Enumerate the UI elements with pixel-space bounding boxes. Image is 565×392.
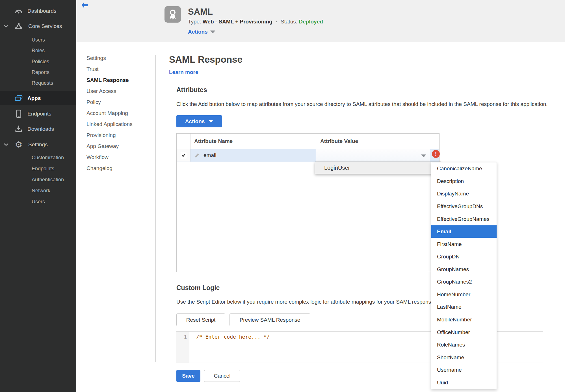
separator-dot: • — [274, 19, 279, 25]
actions-button-label: Actions — [185, 118, 205, 125]
save-button[interactable]: Save — [176, 370, 200, 382]
header-actions-menu[interactable]: Actions — [188, 29, 215, 35]
sidebar-item-label: Apps — [27, 95, 41, 101]
value-submenu: CanonicalizeName Description DisplayName… — [431, 162, 497, 389]
gauge-icon — [14, 8, 24, 14]
sidebar-item-settings[interactable]: ⚙ Settings — [0, 139, 76, 150]
apps-icon — [14, 95, 24, 102]
custom-logic-heading: Custom Logic — [176, 284, 220, 292]
subnav-item-user-access[interactable]: User Access — [86, 86, 116, 97]
subnav-item-trust[interactable]: Trust — [86, 64, 99, 75]
sidebar-subitem-endpoints2[interactable]: Endpoints — [32, 163, 54, 174]
subnav-item-workflow[interactable]: Workflow — [86, 152, 109, 163]
subnav-item-account-mapping[interactable]: Account Mapping — [86, 108, 128, 119]
page-title: SAML Response — [169, 54, 243, 65]
submenu-item-groupnames2[interactable]: GroupNames2 — [431, 276, 497, 288]
chevron-down-icon — [4, 143, 8, 146]
app-header: SAML Type: Web - SAML + Provisioning • S… — [76, 0, 565, 42]
attributes-description: Click the Add button below to map attrib… — [176, 101, 547, 107]
submenu-item-mobilenumber[interactable]: MobileNumber — [431, 313, 497, 326]
submenu-item-uuid[interactable]: Uuid — [431, 376, 497, 389]
row-checkbox[interactable] — [181, 153, 186, 158]
dropdown-caret-icon[interactable] — [421, 154, 426, 157]
submenu-item-canonicalizename[interactable]: CanonicalizeName — [431, 162, 497, 175]
attribute-name-cell: email — [190, 149, 316, 162]
chevron-down-icon — [209, 120, 213, 123]
type-value: Web - SAML + Provisioning — [203, 19, 272, 25]
submenu-item-homenumber[interactable]: HomeNumber — [431, 288, 497, 301]
attribute-name-value: email — [204, 152, 216, 158]
sidebar-item-downloads[interactable]: Downloads — [0, 124, 76, 134]
subnav-item-saml-response[interactable]: SAML Response — [86, 75, 129, 86]
reset-script-button[interactable]: Reset Script — [176, 313, 225, 326]
table-row[interactable]: email — [177, 149, 439, 162]
chevron-down-icon — [4, 25, 8, 28]
row-checkbox-cell — [177, 149, 190, 162]
value-menu-loginuser[interactable]: LoginUser — [315, 162, 441, 174]
status-label: Status: — [281, 19, 297, 25]
app-type-status-line: Type: Web - SAML + Provisioning • Status… — [188, 19, 323, 25]
submenu-item-officenumber[interactable]: OfficeNumber — [431, 326, 497, 339]
sidebar-item-label: Settings — [28, 141, 48, 148]
subnav-item-provisioning[interactable]: Provisioning — [86, 130, 116, 141]
status-badge: Deployed — [299, 19, 323, 25]
line-number: 1 — [184, 334, 187, 340]
smartphone-icon — [14, 110, 24, 118]
attribute-name-column-header: Attribute Name — [190, 134, 316, 149]
sidebar-subitem-customization[interactable]: Customization — [32, 152, 64, 163]
learn-more-link[interactable]: Learn more — [169, 69, 198, 75]
sidebar-subitem-requests[interactable]: Requests — [32, 78, 53, 89]
sidebar-subitem-authentication[interactable]: Authentication — [32, 174, 64, 185]
subnav-item-app-gateway[interactable]: App Gateway — [86, 141, 119, 152]
sidebar-item-core-services[interactable]: Core Services — [0, 21, 76, 32]
submenu-item-lastname[interactable]: LastName — [431, 301, 497, 313]
chevron-down-icon — [210, 31, 215, 33]
header-actions-label: Actions — [188, 29, 208, 35]
sidebar-subitem-network[interactable]: Network — [32, 185, 50, 196]
sidebar-item-endpoints[interactable]: Endpoints — [0, 108, 76, 119]
sidebar-item-label: Core Services — [28, 23, 62, 29]
sidebar-subitem-policies[interactable]: Policies — [32, 56, 49, 67]
edit-pencil-icon[interactable] — [194, 153, 200, 158]
submenu-item-groupnames[interactable]: GroupNames — [431, 263, 497, 276]
subnav-item-changelog[interactable]: Changelog — [86, 163, 112, 174]
subnav-divider — [155, 55, 156, 362]
core-services-icon — [14, 23, 24, 30]
gear-icon: ⚙ — [14, 140, 24, 149]
attribute-value-cell[interactable] — [316, 149, 439, 162]
sidebar-item-dashboards[interactable]: Dashboards — [0, 6, 76, 16]
sidebar-subitem-users[interactable]: Users — [32, 34, 45, 45]
table-header-row: Attribute Name Attribute Value — [177, 134, 439, 149]
submenu-item-effectivegroupdns[interactable]: EffectiveGroupDNs — [431, 200, 497, 213]
submenu-item-displayname[interactable]: DisplayName — [431, 188, 497, 200]
loginuser-menu-label: LoginUser — [315, 165, 350, 171]
validation-error-icon: ! — [432, 150, 440, 158]
submenu-item-description[interactable]: Description — [431, 175, 497, 188]
type-label: Type: — [188, 19, 201, 25]
subnav-item-policy[interactable]: Policy — [86, 97, 101, 108]
cancel-button[interactable]: Cancel — [204, 370, 240, 382]
submenu-item-email[interactable]: Email — [431, 225, 497, 238]
subnav-item-settings[interactable]: Settings — [86, 53, 106, 64]
sidebar: Dashboards Core Services Users Roles Pol… — [0, 0, 76, 392]
sidebar-item-label: Endpoints — [27, 111, 51, 117]
subnav-item-linked-applications[interactable]: Linked Applications — [86, 119, 133, 130]
app-badge-icon — [164, 6, 181, 23]
submenu-item-groupdn[interactable]: GroupDN — [431, 251, 497, 263]
submenu-item-username[interactable]: Username — [431, 364, 497, 376]
back-arrow-icon[interactable] — [81, 2, 88, 8]
sidebar-subitem-reports[interactable]: Reports — [32, 67, 49, 78]
submenu-item-effectivegroupnames[interactable]: EffectiveGroupNames — [431, 213, 497, 225]
submenu-item-shortname[interactable]: ShortName — [431, 351, 497, 364]
sidebar-subitem-users2[interactable]: Users — [32, 196, 45, 207]
custom-logic-description: Use the Script Editor below if you requi… — [176, 299, 436, 305]
sidebar-item-apps[interactable]: Apps — [0, 91, 76, 105]
preview-saml-response-button[interactable]: Preview SAML Response — [230, 313, 310, 326]
code-line: /* Enter code here... */ — [196, 334, 270, 340]
sidebar-item-label: Dashboards — [27, 8, 56, 14]
sidebar-subitem-roles[interactable]: Roles — [32, 45, 45, 56]
app-window: Dashboards Core Services Users Roles Pol… — [0, 0, 565, 392]
submenu-item-firstname[interactable]: FirstName — [431, 238, 497, 251]
attributes-actions-button[interactable]: Actions — [176, 115, 222, 127]
submenu-item-rolenames[interactable]: RoleNames — [431, 339, 497, 351]
